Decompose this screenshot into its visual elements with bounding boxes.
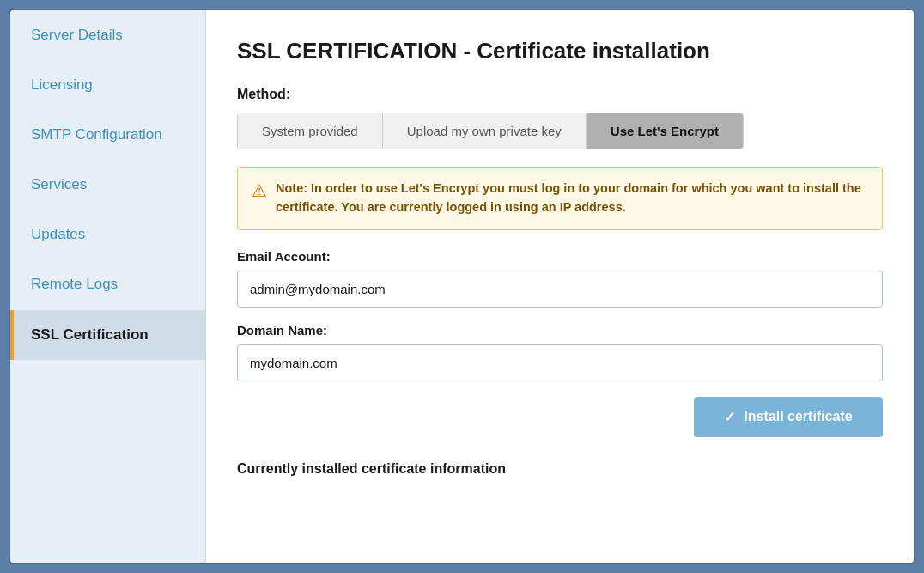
sidebar-item-licensing[interactable]: Licensing — [10, 60, 205, 110]
sidebar-item-ssl-certification[interactable]: SSL Certification — [10, 310, 205, 360]
sidebar-item-smtp-configuration[interactable]: SMTP Configuration — [10, 110, 205, 160]
email-label: Email Account: — [237, 249, 883, 264]
tab-lets-encrypt[interactable]: Use Let's Encrypt — [587, 113, 743, 149]
method-tabs: System provided Upload my own private ke… — [237, 113, 744, 149]
sidebar: Server Details Licensing SMTP Configurat… — [10, 10, 206, 563]
install-btn-label: Install certificate — [744, 409, 852, 424]
email-input[interactable] — [237, 271, 883, 308]
domain-label: Domain Name: — [237, 323, 883, 338]
warning-icon: ⚠ — [252, 180, 267, 201]
sidebar-item-server-details[interactable]: Server Details — [10, 10, 205, 60]
sidebar-item-remote-logs[interactable]: Remote Logs — [10, 259, 205, 309]
checkmark-icon: ✓ — [724, 409, 735, 425]
method-label: Method: — [237, 87, 883, 102]
warning-box: ⚠ Note: In order to use Let's Encrypt yo… — [237, 167, 883, 230]
tab-system-provided[interactable]: System provided — [238, 113, 383, 149]
app-window: Server Details Licensing SMTP Configurat… — [9, 9, 915, 564]
sidebar-item-services[interactable]: Services — [10, 160, 205, 210]
tab-upload-own[interactable]: Upload my own private key — [383, 113, 587, 149]
install-btn-row: ✓ Install certificate — [237, 397, 883, 437]
page-title: SSL CERTIFICATION - Certificate installa… — [237, 38, 883, 64]
install-certificate-button[interactable]: ✓ Install certificate — [694, 397, 883, 437]
warning-text: Note: In order to use Let's Encrypt you … — [276, 180, 868, 217]
main-content: SSL CERTIFICATION - Certificate installa… — [206, 10, 914, 563]
cert-info-title: Currently installed certificate informat… — [237, 461, 883, 477]
sidebar-item-updates[interactable]: Updates — [10, 210, 205, 259]
domain-input[interactable] — [237, 344, 883, 381]
